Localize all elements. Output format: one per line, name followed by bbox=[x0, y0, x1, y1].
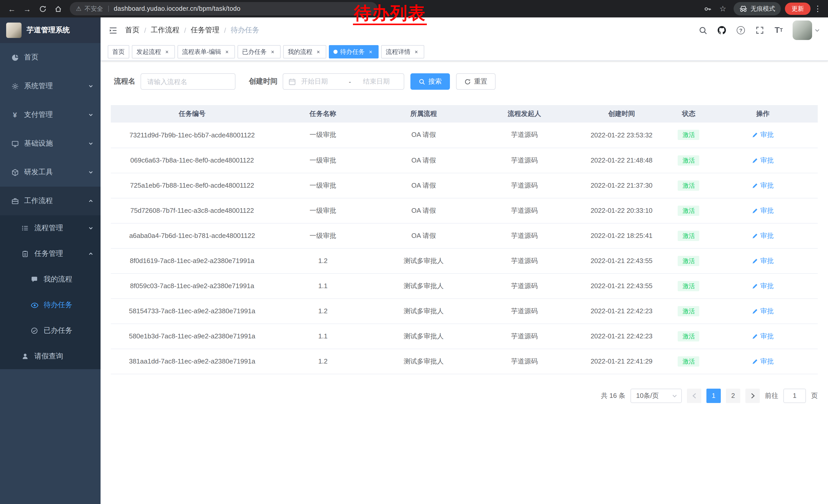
address-bar[interactable]: ⚠ 不安全 dashboard.yudao.iocoder.cn/bpm/tas… bbox=[70, 2, 378, 15]
sidebar-item-todo-tasks[interactable]: 待办任务 bbox=[0, 292, 100, 318]
created-cell: 2022-01-21 22:42:23 bbox=[574, 299, 669, 324]
github-icon[interactable] bbox=[717, 25, 727, 36]
calendar-icon bbox=[288, 78, 296, 85]
browser-home-icon[interactable] bbox=[51, 2, 65, 15]
tab-process-detail[interactable]: 流程详情 × bbox=[381, 45, 424, 58]
task-id-cell: 73211d9d-7b9b-11ec-b5b7-acde48001122 bbox=[111, 123, 274, 148]
breadcrumb: 首页 / 工作流程 / 任务管理 / 待办任务 bbox=[125, 26, 259, 35]
close-icon[interactable]: × bbox=[413, 48, 420, 55]
url-text: dashboard.yudao.iocoder.cn/bpm/task/todo bbox=[114, 5, 241, 12]
navbar-actions: ? TT bbox=[698, 20, 820, 40]
sidebar-toggle-icon[interactable] bbox=[109, 27, 118, 34]
browser-back-icon[interactable]: ← bbox=[5, 2, 18, 15]
close-icon[interactable]: × bbox=[269, 48, 276, 55]
starter-cell: 芋道源码 bbox=[475, 123, 574, 148]
tab-my-process[interactable]: 我的流程 × bbox=[283, 45, 326, 58]
create-time-range-picker[interactable]: 开始日期 - 结束日期 bbox=[283, 73, 404, 90]
process-name-input[interactable] bbox=[140, 73, 236, 90]
action-cell: 审批 bbox=[708, 123, 818, 148]
goto-unit-label: 页 bbox=[811, 391, 818, 400]
reset-button[interactable]: 重置 bbox=[456, 73, 496, 90]
task-id-cell: 381aa1dd-7ac8-11ec-a9e2-a2380e71991a bbox=[111, 349, 274, 374]
status-cell: 激活 bbox=[669, 299, 708, 324]
close-icon[interactable]: × bbox=[367, 48, 374, 55]
browser-menu-icon[interactable]: ⋮ bbox=[813, 4, 823, 13]
sidebar-item-my-process[interactable]: 我的流程 bbox=[0, 267, 100, 292]
approve-link[interactable]: 审批 bbox=[752, 331, 774, 341]
next-page-button[interactable] bbox=[745, 388, 760, 403]
app-logo[interactable]: 芋道管理系统 bbox=[0, 17, 100, 43]
process-cell: OA 请假 bbox=[372, 198, 475, 223]
search-icon[interactable] bbox=[698, 25, 708, 36]
sidebar-item-system[interactable]: 系统管理 bbox=[0, 72, 100, 100]
close-icon[interactable]: × bbox=[315, 48, 322, 55]
password-key-icon[interactable] bbox=[701, 2, 714, 15]
sidebar-item-payment[interactable]: ¥ 支付管理 bbox=[0, 100, 100, 129]
approve-link-label: 审批 bbox=[760, 206, 774, 215]
prev-page-button[interactable] bbox=[687, 388, 701, 403]
page-button-1[interactable]: 1 bbox=[706, 388, 721, 403]
search-button[interactable]: 搜索 bbox=[410, 73, 450, 90]
sidebar-item-devtools[interactable]: 研发工具 bbox=[0, 158, 100, 187]
table-row: 8f059c03-7ac8-11ec-a9e2-a2380e71991a 1.1… bbox=[111, 273, 818, 299]
dashboard-icon bbox=[10, 54, 19, 61]
tab-done-tasks[interactable]: 已办任务 × bbox=[238, 45, 281, 58]
tab-label: 首页 bbox=[112, 47, 125, 56]
sidebar-item-done-tasks[interactable]: 已办任务 bbox=[0, 318, 100, 343]
browser-reload-icon[interactable] bbox=[36, 2, 49, 15]
browser-forward-icon[interactable]: → bbox=[20, 2, 34, 15]
user-menu[interactable] bbox=[793, 20, 820, 40]
help-icon[interactable]: ? bbox=[736, 25, 746, 36]
approve-link[interactable]: 审批 bbox=[752, 256, 774, 265]
status-badge: 激活 bbox=[678, 256, 700, 266]
breadcrumb-task-management[interactable]: 任务管理 bbox=[191, 26, 219, 35]
approve-link[interactable]: 审批 bbox=[752, 131, 774, 140]
tab-home[interactable]: 首页 bbox=[108, 45, 129, 58]
task-name-cell: 1.1 bbox=[274, 273, 372, 299]
task-name-cell: 一级审批 bbox=[274, 223, 372, 248]
breadcrumb-home[interactable]: 首页 bbox=[125, 26, 139, 35]
status-badge: 激活 bbox=[678, 180, 700, 190]
sidebar-item-infrastructure[interactable]: 基础设施 bbox=[0, 129, 100, 158]
tab-start-process[interactable]: 发起流程 × bbox=[132, 45, 175, 58]
sidebar-item-label: 基础设施 bbox=[24, 139, 53, 148]
tab-label: 已办任务 bbox=[242, 47, 267, 56]
table-row: 580e1b3d-7ac8-11ec-a9e2-a2380e71991a 1.1… bbox=[111, 324, 818, 349]
tab-process-form-edit[interactable]: 流程表单-编辑 × bbox=[177, 45, 235, 58]
active-dot bbox=[333, 50, 338, 54]
font-size-icon[interactable]: TT bbox=[774, 25, 784, 36]
breadcrumb-separator: / bbox=[184, 26, 186, 34]
task-table: 任务编号 任务名称 所属流程 流程发起人 创建时间 状态 操作 73211d9d… bbox=[111, 105, 818, 374]
fullscreen-icon[interactable] bbox=[755, 25, 765, 36]
goto-page-input[interactable] bbox=[783, 388, 806, 403]
sidebar-item-label: 已办任务 bbox=[44, 326, 72, 335]
column-task-name: 任务名称 bbox=[274, 105, 372, 123]
page-size-select[interactable]: 10条/页 bbox=[630, 388, 682, 403]
action-cell: 审批 bbox=[708, 223, 818, 248]
approve-link[interactable]: 审批 bbox=[752, 155, 774, 165]
goto-label: 前往 bbox=[765, 391, 778, 400]
total-count-label: 共 16 条 bbox=[601, 391, 625, 400]
sidebar-item-process-management[interactable]: 流程管理 bbox=[0, 215, 100, 241]
sidebar-item-task-management[interactable]: 任务管理 bbox=[0, 241, 100, 267]
approve-link[interactable]: 审批 bbox=[752, 306, 774, 316]
bookmark-star-icon[interactable]: ☆ bbox=[716, 2, 730, 15]
approve-link[interactable]: 审批 bbox=[752, 357, 774, 366]
close-icon[interactable]: × bbox=[164, 48, 170, 55]
task-name-cell: 1.2 bbox=[274, 349, 372, 374]
approve-link[interactable]: 审批 bbox=[752, 281, 774, 290]
page-button-2[interactable]: 2 bbox=[726, 388, 740, 403]
browser-update-button[interactable]: 更新 bbox=[785, 3, 811, 15]
sidebar-item-workflow[interactable]: 工作流程 bbox=[0, 187, 100, 215]
breadcrumb-workflow[interactable]: 工作流程 bbox=[151, 26, 179, 35]
tab-todo-tasks[interactable]: 待办任务 × bbox=[329, 45, 379, 58]
approve-link[interactable]: 审批 bbox=[752, 181, 774, 190]
sidebar-item-leave-query[interactable]: 请假查询 bbox=[0, 343, 100, 369]
divider bbox=[108, 6, 109, 12]
task-id-cell: 725a1eb6-7b88-11ec-8ef0-acde48001122 bbox=[111, 173, 274, 198]
approve-link[interactable]: 审批 bbox=[752, 231, 774, 240]
approve-link[interactable]: 审批 bbox=[752, 206, 774, 215]
sidebar-item-home[interactable]: 首页 bbox=[0, 43, 100, 72]
close-icon[interactable]: × bbox=[224, 48, 230, 55]
tab-label: 我的流程 bbox=[288, 47, 313, 56]
